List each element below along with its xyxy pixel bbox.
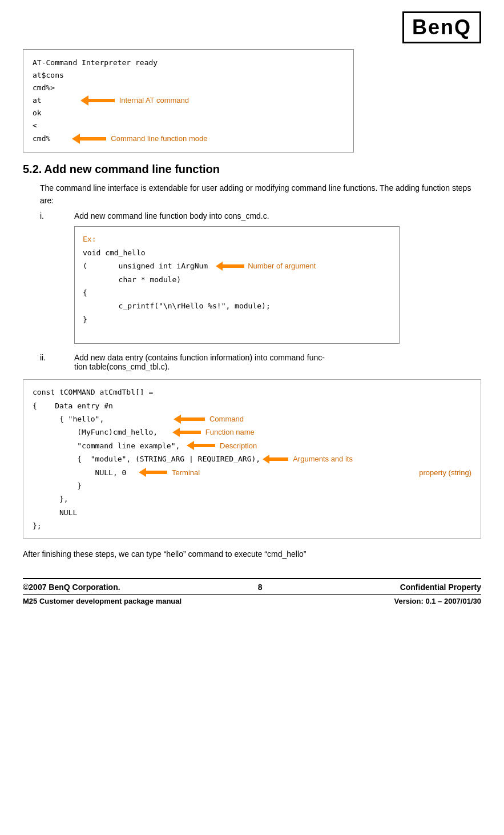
svg-marker-2 bbox=[216, 262, 244, 271]
lc-line-close-entry: }, bbox=[33, 492, 471, 505]
code-void: void cmd_hello bbox=[83, 246, 391, 259]
terminal-cmd: cmd% bbox=[33, 133, 50, 145]
list-item-ii: ii. Add new data entry (contains functio… bbox=[40, 353, 481, 371]
list-label-i: i. bbox=[40, 211, 74, 220]
list-item-i: i. Add new command line function body in… bbox=[40, 211, 481, 220]
arrow-hello bbox=[174, 415, 205, 424]
annotation-desc: Description bbox=[220, 439, 257, 452]
arrow-cmd bbox=[72, 134, 106, 144]
arrow-cmdhello bbox=[172, 428, 201, 437]
terminal-line-cmd-row: cmd% Command line function mode bbox=[33, 133, 344, 145]
list-container: i. Add new command line function body in… bbox=[40, 211, 481, 371]
lc-line-const: const tCOMMAND atCmdTbl[] = bbox=[33, 386, 471, 399]
code-brace-close: } bbox=[83, 313, 391, 326]
list-label-ii: ii. bbox=[40, 353, 74, 362]
list-item-ii-text: Add new data entry (contains function in… bbox=[74, 353, 481, 371]
terminal-line-ok: ok bbox=[33, 107, 344, 119]
lc-hello-text: { "hello", bbox=[33, 412, 162, 425]
code-iargnum-row: ( unsigned int iArgNum Number of argumen… bbox=[83, 259, 391, 272]
code-char-module: char * module) bbox=[83, 273, 391, 286]
annotation-command: Command bbox=[209, 412, 244, 425]
benq-logo: BenQ bbox=[402, 11, 481, 43]
terminal-line-3: cmd%> bbox=[33, 82, 344, 94]
annotation-internal-at: Internal AT command bbox=[119, 94, 189, 107]
lc-line-close-inner: } bbox=[33, 479, 471, 492]
annotation-args: Arguments and its bbox=[293, 452, 353, 465]
lc-line-cmdhello: (MyFunc)cmd_hello, Function name bbox=[33, 425, 471, 439]
svg-marker-1 bbox=[72, 134, 106, 144]
annotation-cmd-mode: Command line function mode bbox=[111, 133, 207, 145]
lc-null-text: NULL, 0 bbox=[33, 466, 135, 479]
arrow-args bbox=[263, 455, 288, 464]
code-printf: c_printf("\n\rHello %s!", module); bbox=[83, 299, 391, 312]
section-heading-container: 5.2. Add new command line function bbox=[23, 163, 481, 176]
terminal-line-lt: < bbox=[33, 119, 344, 132]
lc-line-brace: { Data entry #n bbox=[33, 399, 471, 412]
annotation-args2: property (string) bbox=[419, 466, 471, 479]
footer-copyright: ©2007 BenQ Corporation. bbox=[23, 583, 120, 592]
header: BenQ bbox=[23, 11, 481, 43]
annotation-funcname: Function name bbox=[205, 425, 255, 439]
annotation-terminal: Terminal bbox=[172, 466, 200, 479]
lc-cmdhello-text: (MyFunc)cmd_hello, bbox=[33, 425, 167, 439]
lc-line-hello: { "hello", Command bbox=[33, 412, 471, 425]
terminal-box: AT-Command Interpreter ready at$cons cmd… bbox=[23, 49, 354, 152]
code-ex-label: Ex: bbox=[83, 232, 391, 246]
lc-line-close-brace: }; bbox=[33, 519, 471, 532]
lc-line-module: { "module", (STRING_ARG | REQUIRED_ARG),… bbox=[33, 452, 471, 465]
svg-marker-3 bbox=[174, 415, 205, 424]
arrow-desc bbox=[187, 441, 215, 450]
lc-line-null: NULL, 0 Terminal property (string) bbox=[33, 466, 471, 479]
arrow-iargnum bbox=[216, 262, 244, 271]
footer-bottom: M25 Customer development package manual … bbox=[23, 594, 481, 605]
code-box-i: Ex: void cmd_hello ( unsigned int iArgNu… bbox=[74, 226, 400, 344]
terminal-line-at-row: at Internal AT command bbox=[33, 94, 344, 107]
section-number: 5.2. bbox=[23, 163, 42, 175]
svg-marker-4 bbox=[172, 428, 201, 437]
lc-module-text: { "module", (STRING_ARG | REQUIRED_ARG), bbox=[33, 452, 260, 465]
after-text: After finishing these steps, we can type… bbox=[23, 548, 481, 560]
svg-marker-0 bbox=[80, 95, 115, 106]
section-title: Add new command line function bbox=[44, 163, 220, 175]
list-item-i-text: Add new command line function body into … bbox=[74, 211, 481, 220]
lc-line-desc: "command line example", Description bbox=[33, 439, 471, 452]
terminal-line-2: at$cons bbox=[33, 69, 344, 82]
svg-marker-5 bbox=[187, 441, 215, 450]
arrow-terminal bbox=[139, 468, 167, 477]
terminal-at: at bbox=[33, 94, 42, 107]
footer-confidential: Confidential Property bbox=[400, 583, 481, 592]
large-code-box: const tCOMMAND atCmdTbl[] = { Data entry… bbox=[23, 379, 481, 539]
arrow-at bbox=[80, 95, 115, 106]
svg-marker-7 bbox=[139, 468, 167, 477]
footer-page: 8 bbox=[258, 583, 263, 592]
code-brace-open: { bbox=[83, 286, 391, 299]
lc-desc-text: "command line example", bbox=[33, 439, 184, 452]
footer-version: Version: 0.1 – 2007/01/30 bbox=[394, 597, 482, 605]
annotation-iargnum: Number of argument bbox=[248, 259, 316, 272]
terminal-line-1: AT-Command Interpreter ready bbox=[33, 57, 344, 69]
code-paren-argnum: ( unsigned int iArgNum bbox=[83, 259, 208, 272]
footer-product: M25 Customer development package manual bbox=[23, 597, 182, 605]
svg-marker-6 bbox=[263, 455, 288, 464]
footer-top: ©2007 BenQ Corporation. 8 Confidential P… bbox=[23, 578, 481, 592]
lc-line-null-entry: NULL bbox=[33, 506, 471, 519]
section-intro: The command line interface is extendable… bbox=[40, 182, 481, 207]
